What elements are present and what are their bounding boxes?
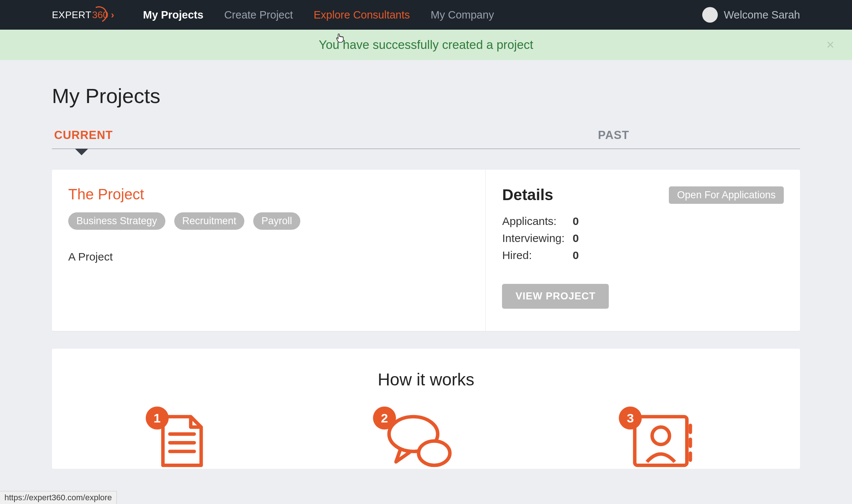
step-number-badge: 2 bbox=[373, 407, 396, 430]
flash-message: You have successfully created a project bbox=[319, 38, 533, 52]
avatar bbox=[702, 7, 718, 23]
project-title[interactable]: The Project bbox=[68, 186, 466, 203]
step-number-badge: 1 bbox=[146, 407, 169, 430]
welcome-text: Welcome Sarah bbox=[724, 9, 800, 21]
how-it-works-steps: 1 2 3 bbox=[68, 413, 784, 469]
page-body: My Projects CURRENT PAST The Project Bus… bbox=[0, 60, 852, 469]
project-tabs: CURRENT PAST bbox=[52, 129, 800, 149]
svg-point-4 bbox=[419, 441, 450, 465]
flash-banner: You have successfully created a project … bbox=[0, 30, 852, 60]
details-heading: Details bbox=[502, 186, 553, 204]
svg-rect-5 bbox=[635, 417, 687, 465]
step-2: 2 bbox=[383, 413, 454, 469]
stat-interviewing: Interviewing: 0 bbox=[502, 232, 784, 245]
step-1: 1 bbox=[156, 413, 208, 469]
stat-hired: Hired: 0 bbox=[502, 249, 784, 262]
how-it-works-card: How it works 1 2 bbox=[52, 349, 800, 469]
stat-value: 0 bbox=[572, 249, 579, 262]
top-nav: EXPERT 360 › My Projects Create Project … bbox=[0, 0, 852, 30]
project-description: A Project bbox=[68, 251, 466, 263]
stat-label: Hired: bbox=[502, 249, 572, 262]
tab-indicator-icon bbox=[75, 149, 88, 155]
stat-label: Applicants: bbox=[502, 215, 572, 228]
brand-text-b: 360 › bbox=[92, 9, 114, 21]
stat-value: 0 bbox=[572, 215, 579, 228]
step-3: 3 bbox=[629, 413, 696, 469]
how-it-works-title: How it works bbox=[68, 369, 784, 389]
project-main: The Project Business Strategy Recruitmen… bbox=[52, 170, 486, 331]
nav-explore-consultants[interactable]: Explore Consultants bbox=[314, 9, 410, 21]
project-card: The Project Business Strategy Recruitmen… bbox=[52, 170, 800, 331]
stat-label: Interviewing: bbox=[502, 232, 572, 245]
step-number-badge: 3 bbox=[619, 407, 642, 430]
stat-value: 0 bbox=[572, 232, 579, 245]
status-badge: Open For Applications bbox=[669, 186, 784, 204]
nav-my-company[interactable]: My Company bbox=[431, 9, 494, 21]
svg-point-9 bbox=[652, 427, 670, 445]
page-title: My Projects bbox=[52, 84, 800, 108]
brand-logo[interactable]: EXPERT 360 › bbox=[52, 9, 114, 21]
tab-current[interactable]: CURRENT bbox=[52, 129, 427, 149]
project-tags: Business Strategy Recruitment Payroll bbox=[68, 212, 466, 230]
tag-recruitment[interactable]: Recruitment bbox=[174, 212, 245, 230]
tab-past[interactable]: PAST bbox=[427, 129, 800, 149]
project-details: Details Open For Applications Applicants… bbox=[486, 170, 800, 331]
nav-my-projects[interactable]: My Projects bbox=[143, 9, 204, 21]
close-icon[interactable]: × bbox=[826, 37, 834, 53]
stat-applicants: Applicants: 0 bbox=[502, 215, 784, 228]
view-project-button[interactable]: VIEW PROJECT bbox=[502, 284, 609, 309]
user-area[interactable]: Welcome Sarah bbox=[702, 7, 800, 23]
tag-business-strategy[interactable]: Business Strategy bbox=[68, 212, 165, 230]
nav-create-project[interactable]: Create Project bbox=[224, 9, 293, 21]
nav-links: My Projects Create Project Explore Consu… bbox=[143, 9, 494, 21]
tag-payroll[interactable]: Payroll bbox=[253, 212, 300, 230]
brand-text-a: EXPERT bbox=[52, 9, 92, 21]
